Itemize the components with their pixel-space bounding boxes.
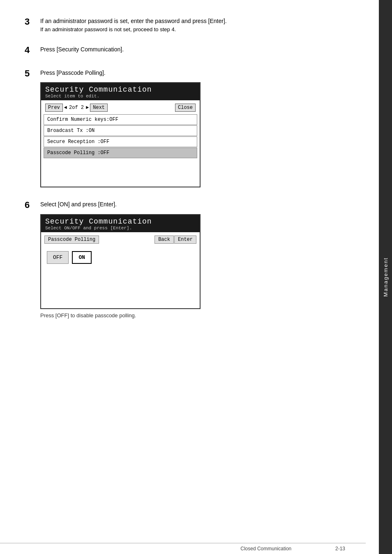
page-info: 2of 2 — [69, 105, 84, 111]
step-4-content: Press [Security Communication]. — [40, 45, 358, 54]
screen-mockup-2: Security Communication Select ON/OFF and… — [40, 214, 201, 309]
screen1-subtitle: Select item to edit. — [45, 94, 196, 99]
screen2-buttons: Back Enter — [154, 235, 196, 244]
sidebar-label: Management — [383, 257, 389, 297]
step-6: 6 Select [ON] and press [Enter]. Securit… — [25, 200, 358, 318]
screen2-subtitle: Select ON/OFF and press [Enter]. — [45, 226, 196, 231]
enter-button[interactable]: Enter — [174, 235, 196, 244]
step-6-text: Select [ON] and press [Enter]. — [40, 200, 358, 209]
footer-left: Closed Communication — [240, 546, 291, 552]
step-number-6: 6 — [25, 200, 37, 210]
step-3-content: If an administrator password is set, ent… — [40, 16, 358, 32]
screen1-title: Security Communication — [45, 85, 196, 94]
step-3-text: If an administrator password is set, ent… — [40, 16, 358, 25]
footer-right: 2-13 — [335, 546, 345, 552]
screen1-row-4[interactable]: Passcode Polling :OFF — [44, 148, 197, 158]
screen1-row-1[interactable]: Confirm Numeric keys:OFF — [44, 114, 197, 125]
step-number-5: 5 — [25, 68, 37, 79]
next-button[interactable]: Next — [90, 104, 108, 112]
step-number-4: 4 — [25, 45, 37, 55]
screen1-body: Prev ◄ 2of 2 ► Next Close Confirm Numeri… — [41, 100, 200, 187]
step-3: 3 If an administrator password is set, e… — [25, 16, 358, 32]
step-3-subtext: If an administrator password is not set,… — [40, 26, 358, 32]
right-arrow-icon: ► — [86, 105, 89, 111]
step-5-content: Press [Passcode Polling]. Security Commu… — [40, 68, 358, 187]
passcode-polling-label: Passcode Polling — [44, 235, 99, 244]
off-button[interactable]: OFF — [47, 251, 69, 264]
screen2-spacer2 — [44, 293, 197, 305]
toggle-row: OFF ON — [44, 247, 197, 268]
screen2-body: Passcode Polling Back Enter OFF ON — [41, 232, 200, 308]
screen1-row-3[interactable]: Secure Reception :OFF — [44, 136, 197, 147]
step-6-content: Select [ON] and press [Enter]. Security … — [40, 200, 358, 318]
screen2-header: Security Communication Select ON/OFF and… — [41, 215, 200, 232]
back-button[interactable]: Back — [154, 235, 174, 244]
screen1-nav: Prev ◄ 2of 2 ► Next Close — [44, 104, 197, 112]
left-arrow-icon: ◄ — [64, 105, 67, 111]
sidebar: Management — [379, 0, 392, 554]
screen2-title: Security Communication — [45, 217, 196, 226]
screen-mockup-1: Security Communication Select item to ed… — [40, 82, 201, 187]
step-4: 4 Press [Security Communication]. — [25, 45, 358, 55]
step-5-text: Press [Passcode Polling]. — [40, 68, 358, 77]
note-text: Press [OFF] to disable passcode polling. — [40, 312, 358, 319]
step-4-text: Press [Security Communication]. — [40, 45, 358, 54]
footer-spacer — [300, 546, 327, 552]
step-number-3: 3 — [25, 16, 37, 27]
screen1-row-2[interactable]: Broadcast Tx :ON — [44, 125, 197, 136]
screen2-spacer — [44, 268, 197, 293]
screen2-nav: Passcode Polling Back Enter — [44, 235, 197, 244]
screen1-header: Security Communication Select item to ed… — [41, 83, 200, 100]
on-button[interactable]: ON — [72, 251, 92, 264]
close-button[interactable]: Close — [175, 104, 196, 112]
screen1-spacer — [44, 159, 197, 183]
prev-button[interactable]: Prev — [45, 104, 63, 112]
footer: Closed Communication 2-13 — [0, 543, 366, 554]
step-5: 5 Press [Passcode Polling]. Security Com… — [25, 68, 358, 187]
